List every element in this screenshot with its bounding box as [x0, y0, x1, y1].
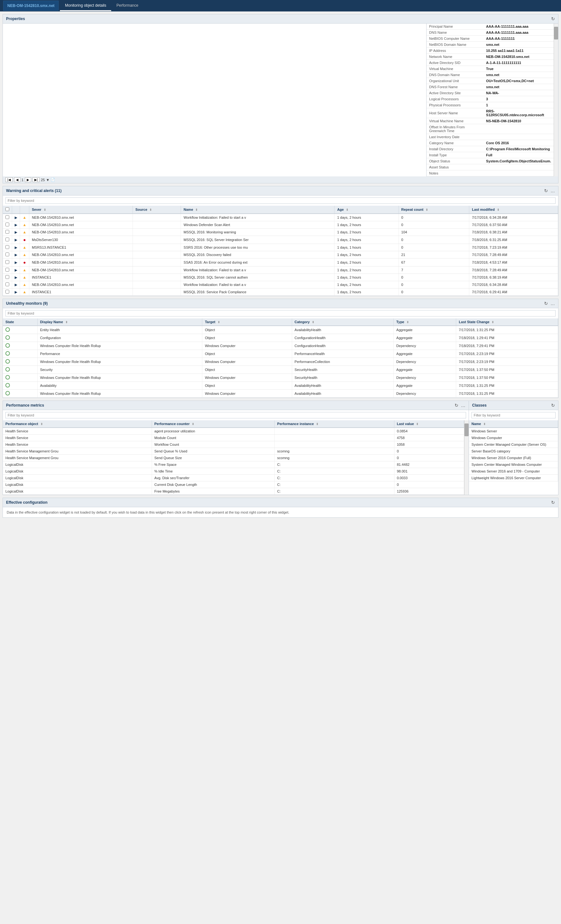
row-checkbox-cell[interactable]	[3, 221, 12, 229]
alert-row[interactable]: ▶ ▲ INSTANCE1 MSSQL 2016: Service Pack C…	[3, 288, 558, 296]
row-target: Object	[202, 334, 292, 342]
row-checkbox[interactable]	[5, 245, 9, 249]
prop-value: Core OS 2016	[484, 140, 553, 146]
classes-refresh-icon[interactable]: ↻	[551, 403, 555, 408]
classes-filter-input[interactable]	[471, 412, 556, 418]
row-checkbox[interactable]	[5, 260, 9, 264]
col-last-change[interactable]: Last State Change ⇕	[456, 318, 558, 326]
col-target[interactable]: Target ⇕	[202, 318, 292, 326]
row-perf-obj: LogicalDisk	[3, 488, 152, 495]
alerts-refresh-icon[interactable]: ↻	[544, 188, 548, 193]
arrow-icon: ▶	[15, 238, 17, 242]
alert-row[interactable]: ▶ ▲ NEB-OM-1542810.smx.net Workflow Init…	[3, 281, 558, 288]
row-checkbox-cell[interactable]	[3, 288, 12, 296]
col-perf-instance[interactable]: Performance instance ⇕	[275, 420, 394, 428]
col-modified[interactable]: Last modified ⇕	[469, 206, 558, 214]
monitor-row: Entity Health Object AvailabilityHealth …	[3, 326, 558, 334]
row-last-change: 7/17/2018, 1:31:25 PM	[456, 326, 558, 334]
row-checkbox-cell[interactable]	[3, 251, 12, 258]
row-checkbox-cell[interactable]	[3, 281, 12, 288]
page-first[interactable]: |◀	[5, 177, 13, 182]
perf-refresh-icon[interactable]: ↻	[454, 403, 459, 408]
row-checkbox[interactable]	[5, 237, 9, 242]
export-icon[interactable]: 📄	[51, 178, 55, 182]
warning-icon: ▲	[23, 230, 26, 234]
page-next[interactable]: ▶	[25, 177, 31, 182]
row-checkbox[interactable]	[5, 268, 9, 272]
col-display-name[interactable]: Display Name ⇕	[37, 318, 202, 326]
property-row: Asset Status	[427, 164, 553, 170]
row-repeat: 0	[399, 221, 469, 229]
col-type[interactable]: Type ⇕	[394, 318, 456, 326]
col-perf-value[interactable]: Last value ⇕	[394, 420, 464, 428]
row-checkbox[interactable]	[5, 290, 9, 294]
page-dropdown-icon[interactable]: ▼	[46, 178, 50, 182]
tab-performance[interactable]: Performance	[111, 1, 143, 11]
properties-scrollbar[interactable]	[553, 24, 558, 176]
col-category[interactable]: Category ⇕	[292, 318, 394, 326]
alerts-filter-input[interactable]	[5, 197, 556, 204]
monitors-refresh-icon[interactable]: ↻	[544, 301, 548, 306]
col-perf-obj[interactable]: Performance object ⇕	[3, 420, 152, 428]
row-checkbox-cell[interactable]	[3, 214, 12, 221]
row-source	[133, 244, 181, 251]
scroll-thumb[interactable]	[554, 27, 558, 39]
properties-body: Principal Name AAA-AA-1111111.aaa.aaa DN…	[3, 24, 558, 176]
refresh-icon[interactable]: ↻	[551, 16, 555, 21]
row-repeat: 67	[399, 258, 469, 267]
col-perf-counter[interactable]: Performance counter ⇕	[152, 420, 275, 428]
performance-filter-input[interactable]	[5, 412, 466, 418]
row-checkbox-cell[interactable]	[3, 229, 12, 236]
col-state[interactable]: State	[3, 318, 37, 326]
row-checkbox[interactable]	[5, 222, 9, 226]
monitors-menu-icon[interactable]: …	[550, 301, 555, 306]
prop-key: Last Inventory Date	[427, 134, 484, 140]
alerts-menu-icon[interactable]: …	[550, 188, 555, 193]
row-checkbox-cell[interactable]	[3, 274, 12, 281]
row-type: Dependency	[394, 374, 456, 382]
col-age[interactable]: Age ⇕	[334, 206, 399, 214]
row-checkbox[interactable]	[5, 275, 9, 279]
perf-scrollbar[interactable]	[464, 420, 469, 495]
alert-row[interactable]: ▶ ▲ INSTANCE1 MSSQL 2016: SQL Server can…	[3, 274, 558, 281]
row-perf-value: 0	[394, 482, 464, 488]
alert-row[interactable]: ▶ ▲ MSRS13.INSTANCE1 SSRS 2016: Other pr…	[3, 244, 558, 251]
sort-name-icon: ⇕	[195, 208, 198, 212]
row-last-change: 7/17/2018, 1:37:50 PM	[456, 366, 558, 374]
perf-scroll-thumb[interactable]	[465, 423, 469, 436]
row-checkbox[interactable]	[5, 282, 9, 286]
row-checkbox-cell[interactable]	[3, 267, 12, 274]
col-source[interactable]: Source ⇕	[133, 206, 181, 214]
select-all-checkbox[interactable]	[5, 207, 9, 211]
page-last[interactable]: ▶|	[33, 177, 40, 182]
perf-menu-icon[interactable]: …	[461, 403, 465, 408]
alert-row[interactable]: ▶ ▲ NEB-OM-1542810.smx.net Workflow Init…	[3, 214, 558, 221]
row-checkbox-cell[interactable]	[3, 236, 12, 244]
classes-table: Name ⇕ Windows Server Windows Computer S…	[469, 420, 558, 482]
classes-header-row: Name ⇕	[469, 420, 558, 428]
alert-row[interactable]: ▶ ▲ NEB-OM-1542810.smx.net Workflow Init…	[3, 267, 558, 274]
row-checkbox[interactable]	[5, 252, 9, 256]
alert-row[interactable]: ▶ ● MsDtsServer130 MSSQL 2016: SQL Serve…	[3, 236, 558, 244]
alert-row[interactable]: ▶ ● NEB-OM-1542810.smx.net SSAS 2016: An…	[3, 258, 558, 267]
monitors-filter-input[interactable]	[5, 310, 556, 316]
row-class-name: Windows Server	[469, 428, 558, 435]
row-server: NEB-OM-1542810.smx.net	[29, 258, 132, 267]
col-class-name[interactable]: Name ⇕	[469, 420, 558, 428]
col-server[interactable]: Sever ⇕	[29, 206, 132, 214]
row-checkbox[interactable]	[5, 215, 9, 219]
row-checkbox-cell[interactable]	[3, 258, 12, 267]
col-name[interactable]: Name ⇕	[181, 206, 334, 214]
alert-row[interactable]: ▶ ▲ NEB-OM-1542810.smx.net MSSQL 2016: D…	[3, 251, 558, 258]
col-repeat[interactable]: Repeat count ⇕	[399, 206, 469, 214]
tab-monitoring-object-details[interactable]: Monitoring object details	[60, 1, 111, 11]
alerts-actions: ↻ …	[544, 188, 555, 193]
effective-config-refresh-icon[interactable]: ↻	[551, 500, 555, 505]
alert-row[interactable]: ▶ ▲ NEB-OM-1542810.smx.net Windows Defen…	[3, 221, 558, 229]
row-checkbox[interactable]	[5, 230, 9, 234]
row-perf-value: 125936	[394, 488, 464, 495]
alert-row[interactable]: ▶ ▲ NEB-OM-1542810.smx.net MSSQL 2016: M…	[3, 229, 558, 236]
row-checkbox-cell[interactable]	[3, 244, 12, 251]
page-prev[interactable]: ◀	[14, 177, 20, 182]
row-perf-instance	[275, 435, 394, 441]
